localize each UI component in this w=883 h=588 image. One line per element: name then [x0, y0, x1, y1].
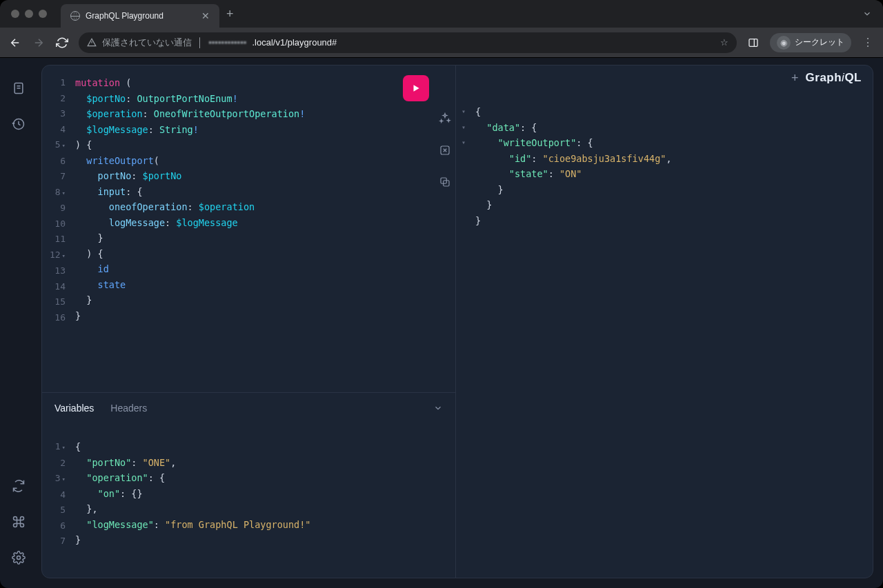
graphiql-brand: GraphiQL [806, 71, 862, 85]
query-editor[interactable]: 12345▾678▾9101112▾13141516 mutation ( $p… [42, 65, 455, 392]
security-warning-text: 保護されていない通信 [102, 37, 192, 49]
query-code[interactable]: mutation ( $portNo: OutportPortNoEnum! $… [70, 65, 455, 392]
browser-menu-icon[interactable]: ⋮ [861, 36, 875, 50]
side-panel-icon[interactable] [746, 36, 760, 50]
browser-tab[interactable]: GraphQL Playground ✕ [61, 4, 219, 28]
tab-title: GraphQL Playground [86, 11, 163, 21]
incognito-label: シークレット [795, 37, 844, 48]
close-window-icon[interactable] [11, 10, 19, 18]
address-separator: │ [197, 37, 203, 48]
browser-toolbar: 保護されていない通信 │ ▪▪▪▪▪▪▪▪▪▪▪▪.local/v1/playg… [0, 28, 883, 58]
address-bar[interactable]: 保護されていない通信 │ ▪▪▪▪▪▪▪▪▪▪▪▪.local/v1/playg… [79, 32, 737, 53]
back-button[interactable] [8, 36, 22, 50]
window-titlebar: GraphQL Playground ✕ + [0, 0, 883, 28]
forward-button[interactable] [32, 36, 46, 50]
execute-button[interactable] [403, 75, 429, 101]
maximize-window-icon[interactable] [39, 10, 47, 18]
svg-rect-0 [749, 39, 757, 46]
address-path: .local/v1/playground# [252, 37, 337, 48]
settings-icon[interactable] [12, 540, 26, 576]
right-panel: + GraphiQL ▾▾▾ { "data": { "writeOutport… [456, 65, 873, 578]
traffic-lights [11, 10, 47, 18]
response-gutter: ▾▾▾ [456, 94, 473, 228]
variables-header: Variables Headers [42, 392, 455, 423]
result-header: + GraphiQL [456, 65, 873, 90]
tabs-menu-icon[interactable] [862, 9, 872, 19]
add-tab-icon[interactable]: + [791, 71, 799, 85]
variables-gutter: 1▾23▾4567 [42, 423, 70, 578]
incognito-icon: ◉ [777, 36, 791, 50]
address-host: ▪▪▪▪▪▪▪▪▪▪▪▪ [208, 37, 246, 48]
refetch-icon[interactable] [12, 468, 26, 504]
app-sidebar [0, 58, 37, 588]
close-tab-icon[interactable]: ✕ [201, 10, 210, 21]
minimize-window-icon[interactable] [25, 10, 33, 18]
svg-point-2 [17, 556, 21, 560]
tab-headers[interactable]: Headers [110, 403, 147, 414]
tab-variables[interactable]: Variables [54, 403, 94, 414]
not-secure-icon [87, 38, 97, 48]
collapse-vars-icon[interactable] [433, 403, 443, 413]
bookmark-star-icon[interactable]: ☆ [720, 37, 728, 48]
response-code: { "data": { "writeOutport": { "id": "cio… [473, 94, 873, 228]
response-viewer[interactable]: ▾▾▾ { "data": { "writeOutport": { "id": … [456, 90, 873, 228]
incognito-badge[interactable]: ◉ シークレット [770, 33, 851, 52]
variables-code[interactable]: { "portNo": "ONE", "operation": { "on": … [70, 423, 455, 578]
reload-button[interactable] [55, 36, 69, 50]
merge-icon[interactable] [439, 144, 451, 156]
editor-action-column [439, 112, 451, 188]
history-icon[interactable] [0, 106, 37, 142]
globe-icon [70, 11, 80, 21]
left-panel: 12345▾678▾9101112▾13141516 mutation ( $p… [42, 65, 456, 578]
prettify-icon[interactable] [439, 112, 451, 125]
graphiql-app: 12345▾678▾9101112▾13141516 mutation ( $p… [0, 58, 883, 588]
variables-editor[interactable]: 1▾23▾4567 { "portNo": "ONE", "operation"… [42, 423, 455, 578]
workspace: 12345▾678▾9101112▾13141516 mutation ( $p… [41, 65, 873, 578]
query-gutter: 12345▾678▾9101112▾13141516 [42, 65, 70, 392]
copy-icon[interactable] [439, 176, 451, 188]
shortcuts-icon[interactable] [12, 504, 26, 540]
new-tab-button[interactable]: + [226, 7, 234, 21]
docs-icon[interactable] [0, 70, 37, 106]
